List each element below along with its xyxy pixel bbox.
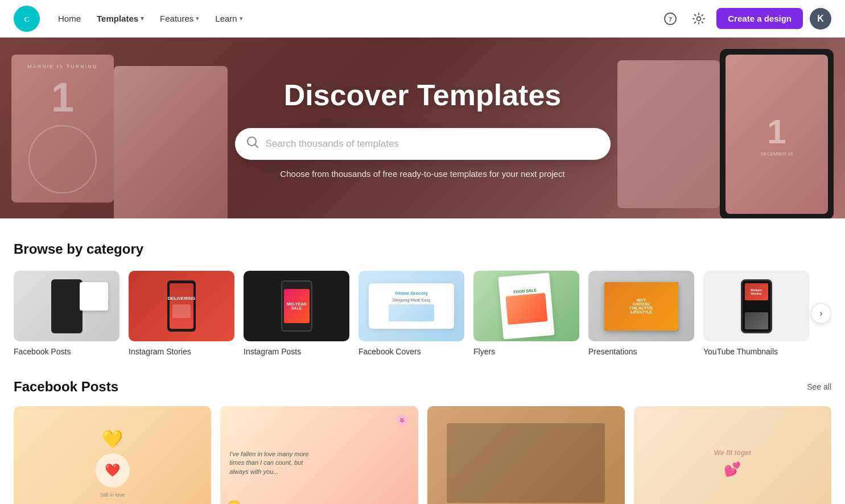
- user-avatar[interactable]: K: [810, 8, 831, 30]
- category-youtube-thumbnails-label: YouTube Thumbnails: [703, 347, 809, 356]
- browse-section: Browse by category Facebook Posts: [0, 218, 845, 370]
- help-button[interactable]: ?: [659, 8, 681, 30]
- hero-subtitle: Choose from thousands of free ready-to-u…: [235, 169, 611, 179]
- category-presentations-label: Presentations: [588, 347, 694, 356]
- facebook-posts-see-all[interactable]: See all: [807, 382, 831, 391]
- category-instagram-posts-label: Instagram Posts: [244, 347, 349, 356]
- category-flyers-label: Flyers: [473, 347, 579, 356]
- facebook-posts-grid: 💛 ❤️ Still in love I've fallen in love m…: [14, 406, 831, 504]
- category-facebook-covers-image: Online Grocery Shopping Made Easy: [358, 271, 464, 341]
- category-facebook-covers[interactable]: Online Grocery Shopping Made Easy Facebo…: [358, 271, 464, 356]
- category-instagram-stories-label: Instagram Stories: [129, 347, 234, 356]
- svg-text:C: C: [24, 14, 30, 23]
- create-design-button[interactable]: Create a design: [716, 8, 803, 29]
- learn-chevron: ▾: [240, 15, 243, 22]
- facebook-post-card-4[interactable]: We fit toget 💕: [634, 406, 831, 504]
- category-youtube-thumbnails[interactable]: WorkoutRoutine YouTube Thumbnails: [703, 271, 809, 356]
- category-presentations-image: WHYCHOOSETHE ACTIVELIFESTYLE: [588, 271, 694, 341]
- nav-right: ? Create a design K: [659, 8, 831, 30]
- facebook-post-card-1[interactable]: 💛 ❤️ Still in love: [14, 406, 211, 504]
- hero-left-deco: Marnie is Turning 1: [0, 38, 239, 218]
- help-icon: ?: [664, 13, 677, 25]
- navbar: C Home Templates ▾ Features ▾ Learn ▾ ?: [0, 0, 845, 38]
- templates-chevron: ▾: [141, 15, 144, 22]
- nav-templates[interactable]: Templates ▾: [90, 9, 151, 28]
- category-instagram-stories-image: DELIVERING: [129, 271, 234, 341]
- facebook-posts-title: Facebook Posts: [14, 379, 118, 395]
- hero-content: Discover Templates Choose from thousands…: [224, 78, 622, 179]
- carousel-next-button[interactable]: ›: [811, 303, 831, 324]
- facebook-post-card-3[interactable]: [427, 406, 625, 504]
- categories-row: Facebook Posts DELIVERING Instagram Stor…: [14, 271, 831, 356]
- category-facebook-posts-label: Facebook Posts: [14, 347, 119, 356]
- nav-links: Home Templates ▾ Features ▾ Learn ▾: [51, 9, 659, 28]
- hero-right-deco: 1 December 16: [606, 38, 845, 218]
- svg-point-4: [697, 16, 701, 20]
- category-facebook-posts[interactable]: Facebook Posts: [14, 271, 119, 356]
- nav-features[interactable]: Features ▾: [153, 9, 206, 28]
- hero-section: Marnie is Turning 1 1 December 16 Discov…: [0, 38, 845, 218]
- category-presentations[interactable]: WHYCHOOSETHE ACTIVELIFESTYLE Presentatio…: [588, 271, 694, 356]
- nav-learn[interactable]: Learn ▾: [208, 9, 249, 28]
- category-youtube-thumbnails-image: WorkoutRoutine: [703, 271, 809, 341]
- settings-button[interactable]: [688, 8, 710, 30]
- gear-icon: [693, 13, 705, 25]
- category-facebook-covers-label: Facebook Covers: [358, 347, 464, 356]
- nav-home[interactable]: Home: [51, 9, 88, 28]
- search-icon: [246, 136, 259, 151]
- category-instagram-stories[interactable]: DELIVERING Instagram Stories: [129, 271, 234, 356]
- category-facebook-posts-image: [14, 271, 119, 341]
- category-instagram-posts[interactable]: MID-YEARSALE Instagram Posts: [244, 271, 349, 356]
- category-flyers-image: FOOD SALE: [473, 271, 579, 341]
- category-flyers[interactable]: FOOD SALE Flyers: [473, 271, 579, 356]
- facebook-posts-section: Facebook Posts See all 💛 ❤️ Still in lov…: [0, 370, 845, 504]
- category-instagram-posts-image: MID-YEARSALE: [244, 271, 349, 341]
- canva-logo[interactable]: C: [14, 6, 40, 32]
- facebook-post-card-2[interactable]: I've fallen in love many moretimes than …: [220, 406, 418, 504]
- browse-title: Browse by category: [14, 241, 831, 257]
- facebook-posts-header: Facebook Posts See all: [14, 379, 831, 395]
- search-input[interactable]: [266, 138, 599, 150]
- features-chevron: ▾: [196, 15, 199, 22]
- hero-search-bar[interactable]: [235, 128, 611, 160]
- svg-text:?: ?: [669, 14, 673, 23]
- hero-title: Discover Templates: [235, 78, 611, 112]
